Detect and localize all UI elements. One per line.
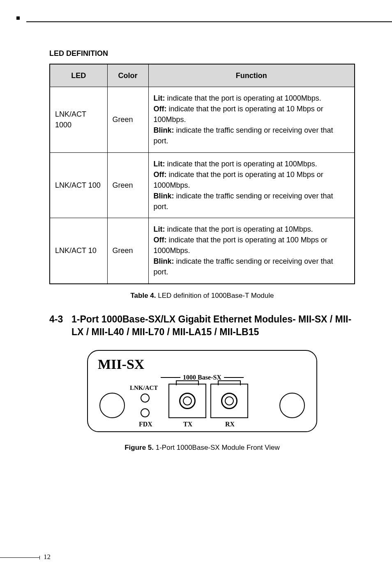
th-function: Function xyxy=(148,64,355,87)
crop-mark-icon xyxy=(16,16,26,26)
screw-hole-left-icon xyxy=(99,393,125,418)
cell-function: Lit: indicate that the port is operating… xyxy=(148,218,355,284)
cell-color: Green xyxy=(107,218,148,284)
screw-hole-right-icon xyxy=(279,393,305,418)
led-definition-table: LED Color Function LNK/ACT 1000 Green Li… xyxy=(49,64,355,284)
lnk-act-label: LNK/ACT xyxy=(130,384,158,391)
lit-text: indicate that the port is operating at 1… xyxy=(165,94,321,102)
figure-caption: Figure 5. 1-Port 1000Base-SX Module Fron… xyxy=(49,444,355,452)
led-fdx-icon xyxy=(141,408,150,417)
blink-text: indicate the traffic sending or receivin… xyxy=(154,126,333,145)
table-caption: Table 4. LED definition of 1000Base-T Mo… xyxy=(49,292,355,300)
off-label: Off: xyxy=(154,236,167,244)
heading-number: 4-3 xyxy=(49,313,71,338)
cell-color: Green xyxy=(107,152,148,218)
off-label: Off: xyxy=(154,105,167,113)
blink-text: indicate the traffic sending or receivin… xyxy=(154,257,333,276)
fdx-label: FDX xyxy=(139,421,152,428)
off-label: Off: xyxy=(154,170,167,179)
cell-color: Green xyxy=(107,87,148,152)
cell-function: Lit: indicate that the port is operating… xyxy=(148,152,355,218)
th-led: LED xyxy=(50,64,107,87)
blink-text: indicate the traffic sending or receivin… xyxy=(154,192,333,211)
page-number: 12 xyxy=(44,553,51,561)
blink-label: Blink: xyxy=(154,257,174,265)
cell-led: LNK/ACT 10 xyxy=(50,218,107,284)
line-left-icon xyxy=(161,377,180,378)
rx-port-icon xyxy=(210,384,248,418)
table-row: LNK/ACT 100 Green Lit: indicate that the… xyxy=(50,152,355,218)
cell-function: Lit: indicate that the port is operating… xyxy=(148,87,355,152)
lit-text: indicate that the port is operating at 1… xyxy=(165,225,313,233)
tx-port-icon xyxy=(168,384,206,418)
table-row: LNK/ACT 10 Green Lit: indicate that the … xyxy=(50,218,355,284)
figure-caption-text: 1-Port 1000Base-SX Module Front View xyxy=(154,444,280,451)
line-right-icon xyxy=(224,377,244,378)
section-4-3-heading: 4-3 1-Port 1000Base-SX/LX Gigabit Ethern… xyxy=(49,313,355,338)
table-caption-bold: Table 4. xyxy=(130,292,156,299)
table-row: LNK/ACT 1000 Green Lit: indicate that th… xyxy=(50,87,355,152)
section-header: LED DEFINITION xyxy=(49,49,355,58)
lit-label: Lit: xyxy=(154,160,165,168)
module-diagram: MII-SX 1000 Base-SX LNK/ACT FDX TX RX xyxy=(87,350,317,432)
off-text: indicate that the port is operating at 1… xyxy=(154,170,323,189)
lit-label: Lit: xyxy=(154,225,165,233)
off-text: indicate that the port is operating at 1… xyxy=(154,236,327,255)
lit-text: indicate that the port is operating at 1… xyxy=(165,160,317,168)
footer-rule xyxy=(0,557,39,558)
tx-label: TX xyxy=(183,421,192,428)
header-rule xyxy=(26,21,392,22)
module-name: MII-SX xyxy=(98,357,307,372)
lit-label: Lit: xyxy=(154,94,165,102)
blink-label: Blink: xyxy=(154,126,174,134)
led-lnkact-icon xyxy=(141,394,150,403)
cell-led: LNK/ACT 1000 xyxy=(50,87,107,152)
figure-caption-bold: Figure 5. xyxy=(125,444,154,451)
heading-text: 1-Port 1000Base-SX/LX Gigabit Ethernet M… xyxy=(71,313,355,338)
table-caption-text: LED definition of 1000Base-T Module xyxy=(156,292,274,299)
footer-tick-icon xyxy=(39,556,40,559)
blink-label: Blink: xyxy=(154,192,174,200)
th-color: Color xyxy=(107,64,148,87)
rx-label: RX xyxy=(225,421,235,428)
off-text: indicate that the port is operating at 1… xyxy=(154,105,323,124)
cell-led: LNK/ACT 100 xyxy=(50,152,107,218)
